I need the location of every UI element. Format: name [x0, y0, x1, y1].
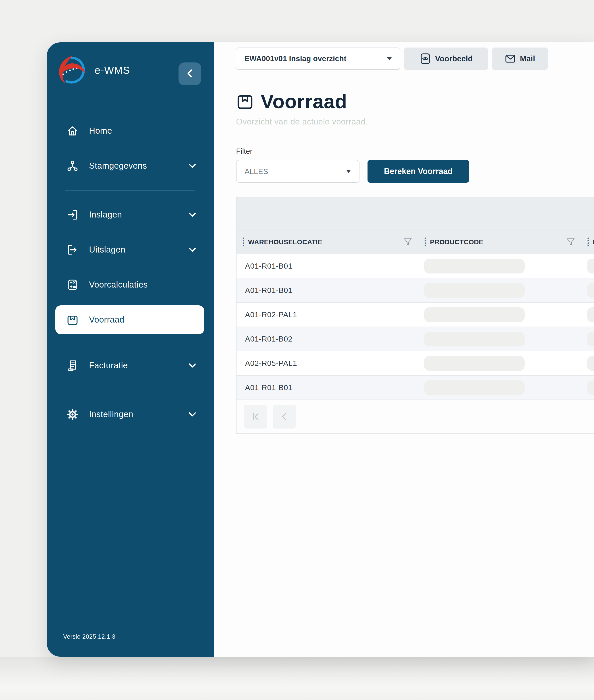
filter-funnel-icon[interactable]: [403, 237, 412, 247]
report-toolbar: EWA001v01 Inslag overzicht Voorbeeld: [214, 42, 594, 75]
table-row[interactable]: A02-R05-PAL1: [236, 351, 594, 376]
table-row[interactable]: A01-R01-B01: [236, 278, 594, 303]
cell-warehouselocatie: A01-R01-B01: [236, 376, 418, 399]
page-title: Voorraad: [261, 91, 347, 112]
redacted-cell-value: [424, 356, 525, 371]
table-header-row: WAREHOUSELOCATIE PRODUCTCODE: [236, 231, 594, 254]
redacted-cell-value: [424, 283, 525, 298]
drag-handle-icon: [424, 237, 426, 247]
report-select[interactable]: EWA001v01 Inslag overzicht: [236, 47, 400, 70]
cell-warehouselocatie: A01-R01-B02: [236, 327, 418, 351]
sidebar-item-home[interactable]: Home: [47, 113, 214, 148]
cell-warehouselocatie: A01-R02-PAL1: [236, 303, 418, 326]
cell-clipped: [581, 278, 594, 302]
mail-button[interactable]: Mail: [492, 47, 548, 70]
cell-productcode: [418, 327, 581, 351]
column-header-label: WAREHOUSELOCATIE: [248, 238, 323, 246]
package-icon: [236, 93, 254, 110]
sidebar-collapse-button[interactable]: [178, 63, 201, 85]
cell-clipped: [581, 327, 594, 351]
pagination-first-button[interactable]: [244, 405, 267, 428]
redacted-cell-value: [587, 283, 594, 298]
sidebar-item-label: Voorraad: [89, 315, 124, 324]
cell-productcode: [418, 351, 581, 375]
sidebar-divider: [65, 390, 195, 390]
table-row[interactable]: A01-R01-B01: [236, 376, 594, 400]
table-pagination: [236, 400, 594, 433]
table-group-bar: [236, 198, 594, 231]
sidebar-item-facturatie[interactable]: Facturatie: [47, 348, 214, 383]
table-row[interactable]: A01-R01-B02: [236, 327, 594, 351]
column-header-clipped[interactable]: PR: [581, 231, 594, 254]
sidebar-item-voorraad[interactable]: Voorraad: [55, 305, 204, 334]
prev-page-icon: [279, 412, 289, 422]
page-subtitle: Overzicht van de actuele voorraad.: [236, 117, 594, 127]
mail-icon: [505, 53, 516, 64]
filter-funnel-icon[interactable]: [566, 237, 575, 247]
chevron-down-icon: [188, 163, 196, 169]
cell-warehouselocatie: A01-R01-B01: [236, 278, 418, 302]
column-header-label: PR: [593, 238, 594, 246]
cell-clipped: [581, 376, 594, 399]
redacted-cell-value: [587, 356, 594, 371]
sidebar-nav: Home Stamgegevens: [47, 113, 214, 432]
cell-clipped: [581, 254, 594, 278]
package-icon: [66, 314, 78, 326]
sidebar-item-label: Facturatie: [89, 361, 128, 370]
redacted-cell-value: [424, 380, 525, 395]
drag-handle-icon: [587, 237, 589, 247]
first-page-icon: [251, 412, 261, 422]
filter-row: ALLES Bereken Voorraad: [236, 160, 594, 183]
sidebar-item-label: Stamgegevens: [89, 161, 147, 171]
sidebar: e-WMS Home: [47, 42, 214, 657]
app-window: e-WMS Home: [47, 42, 594, 657]
column-header-label: PRODUCTCODE: [430, 238, 483, 246]
sidebar-item-inslagen[interactable]: Inslagen: [47, 197, 214, 232]
cell-clipped: [581, 303, 594, 326]
sidebar-item-label: Instellingen: [89, 410, 133, 419]
chevron-down-icon: [188, 212, 196, 218]
filter-select[interactable]: ALLES: [236, 160, 360, 183]
chevron-down-icon: [188, 412, 196, 417]
sidebar-item-voorcalculaties[interactable]: Voorcalculaties: [47, 267, 214, 302]
gear-icon: [66, 409, 78, 420]
version-label: Versie 2025.12.1.3: [63, 633, 116, 640]
redacted-cell-value: [587, 332, 594, 346]
caret-down-icon: [346, 170, 351, 173]
caret-down-icon: [387, 57, 392, 60]
sidebar-item-instellingen[interactable]: Instellingen: [47, 397, 214, 432]
column-header-warehouselocatie[interactable]: WAREHOUSELOCATIE: [236, 231, 418, 254]
table-row[interactable]: A01-R01-B01: [236, 254, 594, 278]
redacted-cell-value: [587, 380, 594, 395]
cell-productcode: [418, 376, 581, 399]
drag-handle-icon: [242, 237, 244, 247]
sidebar-item-uitslagen[interactable]: Uitslagen: [47, 232, 214, 267]
page-title-row: Voorraad: [236, 91, 594, 112]
redacted-cell-value: [424, 332, 525, 346]
bereken-voorraad-button[interactable]: Bereken Voorraad: [367, 160, 469, 183]
sidebar-item-label: Home: [89, 126, 112, 136]
chevron-left-icon: [186, 68, 194, 79]
chevron-down-icon: [188, 363, 196, 369]
logout-arrow-icon: [66, 244, 78, 256]
page-background-strip: [0, 657, 594, 700]
redacted-cell-value: [587, 307, 594, 322]
cell-warehouselocatie: A02-R05-PAL1: [236, 351, 418, 375]
main-content: EWA001v01 Inslag overzicht Voorbeeld: [214, 42, 594, 657]
filter-label: Filter: [236, 147, 594, 155]
pagination-prev-button[interactable]: [273, 405, 296, 428]
cell-warehouselocatie: A01-R01-B01: [236, 254, 418, 278]
app-name: e-WMS: [95, 64, 130, 76]
redacted-cell-value: [424, 307, 525, 322]
app-logo-icon: [57, 55, 88, 85]
report-select-value: EWA001v01 Inslag overzicht: [244, 54, 346, 63]
redacted-cell-value: [587, 259, 594, 274]
mail-button-label: Mail: [520, 54, 535, 63]
sidebar-item-stamgegevens[interactable]: Stamgegevens: [47, 148, 214, 183]
cell-productcode: [418, 278, 581, 302]
column-header-productcode[interactable]: PRODUCTCODE: [418, 231, 581, 254]
sidebar-item-label: Voorcalculaties: [89, 280, 148, 289]
table-row[interactable]: A01-R02-PAL1: [236, 303, 594, 327]
preview-button[interactable]: Voorbeeld: [404, 47, 488, 70]
chevron-down-icon: [188, 247, 196, 253]
